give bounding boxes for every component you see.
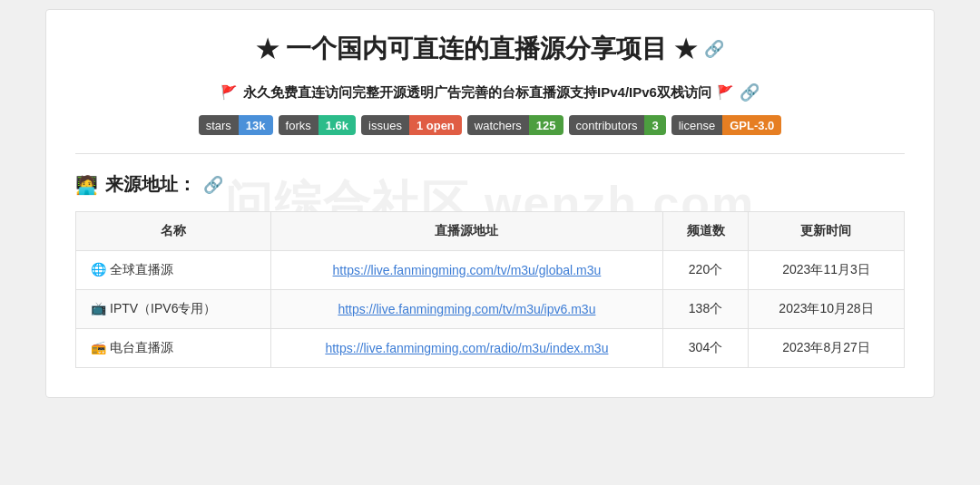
table-row: 📺IPTV（IPV6专用） https://live.fanmingming.c… xyxy=(76,290,905,329)
col-date: 更新时间 xyxy=(748,212,904,251)
title-text: 一个国内可直连的直播源分享项目 xyxy=(286,32,667,66)
table-header-row: 名称 直播源地址 频道数 更新时间 xyxy=(76,212,905,251)
col-count: 频道数 xyxy=(663,212,749,251)
badge-contributors-label: contributors xyxy=(569,115,645,135)
main-title: ★ 一个国内可直连的直播源分享项目 ★ 🔗 xyxy=(75,32,905,66)
row1-url: https://live.fanmingming.com/tv/m3u/ipv6… xyxy=(270,290,662,329)
badge-contributors: contributors 3 xyxy=(569,115,666,135)
badge-stars-label: stars xyxy=(199,115,239,135)
row1-name-text: IPTV（IPV6专用） xyxy=(110,301,216,315)
badge-forks-label: forks xyxy=(279,115,318,135)
row1-icon: 📺 xyxy=(91,301,106,315)
row1-name: 📺IPTV（IPV6专用） xyxy=(76,290,271,329)
badge-issues: issues 1 open xyxy=(361,115,462,135)
row2-url: https://live.fanmingming.com/radio/m3u/i… xyxy=(270,329,662,368)
row0-date: 2023年11月3日 xyxy=(748,251,904,290)
badge-stars: stars 13k xyxy=(199,115,273,135)
col-name: 名称 xyxy=(76,212,271,251)
table-row: 🌐全球直播源 https://live.fanmingming.com/tv/m… xyxy=(76,251,905,290)
badge-license: license GPL-3.0 xyxy=(671,115,782,135)
section-title-text: 来源地址： xyxy=(105,172,196,197)
star-left: ★ xyxy=(256,34,279,64)
section-link-icon[interactable]: 🔗 xyxy=(203,175,223,195)
badge-issues-label: issues xyxy=(361,115,409,135)
title-link-icon[interactable]: 🔗 xyxy=(704,39,724,59)
row2-link[interactable]: https://live.fanmingming.com/radio/m3u/i… xyxy=(325,341,608,355)
subtitle-link-icon[interactable]: 🔗 xyxy=(740,82,760,102)
badge-forks: forks 1.6k xyxy=(279,115,356,135)
source-table: 名称 直播源地址 频道数 更新时间 🌐全球直播源 https://live.fa… xyxy=(75,211,905,368)
badge-watchers: watchers 125 xyxy=(467,115,564,135)
badge-contributors-value: 3 xyxy=(644,115,665,135)
badge-stars-value: 13k xyxy=(239,115,273,135)
row0-name-text: 全球直播源 xyxy=(110,262,173,276)
section-icon: 🧑‍💻 xyxy=(75,174,98,196)
col-url: 直播源地址 xyxy=(270,212,662,251)
row0-icon: 🌐 xyxy=(91,262,106,276)
badge-issues-value: 1 open xyxy=(409,115,462,135)
row2-name-text: 电台直播源 xyxy=(110,340,173,354)
star-right: ★ xyxy=(674,34,697,64)
row0-name: 🌐全球直播源 xyxy=(76,251,271,290)
subtitle-flag-left: 🚩 xyxy=(220,84,238,101)
row0-link[interactable]: https://live.fanmingming.com/tv/m3u/glob… xyxy=(333,263,602,277)
badges-container: stars 13k forks 1.6k issues 1 open watch… xyxy=(75,115,905,135)
row1-link[interactable]: https://live.fanmingming.com/tv/m3u/ipv6… xyxy=(338,302,595,316)
row1-date: 2023年10月28日 xyxy=(748,290,904,329)
subtitle-text: 永久免费直连访问完整开源透明广告完善的台标直播源支持IPv4/IPv6双栈访问 xyxy=(243,84,711,102)
table-row: 📻电台直播源 https://live.fanmingming.com/radi… xyxy=(76,329,905,368)
badge-license-value: GPL-3.0 xyxy=(722,115,781,135)
divider xyxy=(75,153,905,154)
row1-count: 138个 xyxy=(663,290,749,329)
subtitle: 🚩 永久免费直连访问完整开源透明广告完善的台标直播源支持IPv4/IPv6双栈访… xyxy=(75,82,905,102)
row2-count: 304个 xyxy=(663,329,749,368)
main-card: 问综合社区 wenzh.com ★ 一个国内可直连的直播源分享项目 ★ 🔗 🚩 … xyxy=(45,9,935,398)
row2-date: 2023年8月27日 xyxy=(748,329,904,368)
row0-url: https://live.fanmingming.com/tv/m3u/glob… xyxy=(270,251,662,290)
row2-name: 📻电台直播源 xyxy=(76,329,271,368)
badge-license-label: license xyxy=(671,115,722,135)
row2-icon: 📻 xyxy=(91,340,106,354)
badge-watchers-value: 125 xyxy=(529,115,564,135)
subtitle-flag-right: 🚩 xyxy=(717,84,734,101)
badge-forks-value: 1.6k xyxy=(318,115,356,135)
section-title: 🧑‍💻 来源地址： 🔗 xyxy=(75,172,905,197)
badge-watchers-label: watchers xyxy=(467,115,529,135)
row0-count: 220个 xyxy=(663,251,749,290)
